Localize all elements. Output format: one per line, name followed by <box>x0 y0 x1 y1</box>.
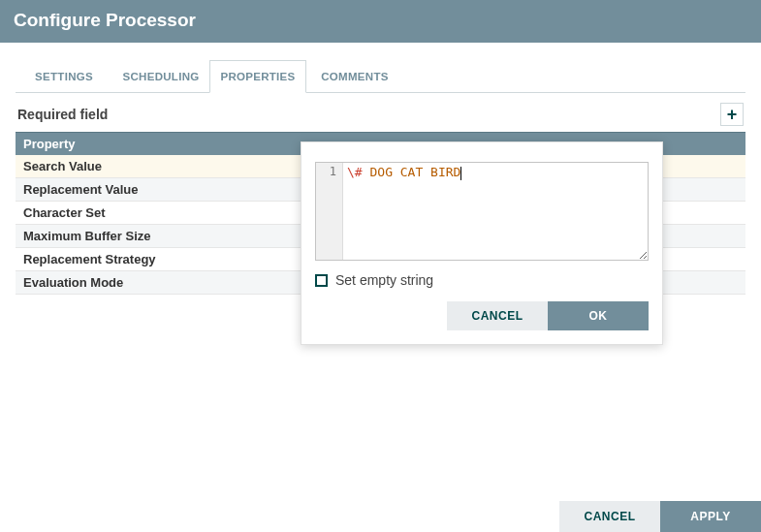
add-property-button[interactable]: + <box>720 103 744 126</box>
set-empty-row: Set empty string <box>315 272 649 288</box>
editor-content[interactable]: \# DOG CAT BIRD <box>343 163 648 260</box>
value-editor-popup: 1 \# DOG CAT BIRD Set empty string CANCE… <box>301 141 663 345</box>
popup-buttons: CANCEL OK <box>315 301 649 330</box>
property-name: Character Set <box>23 205 106 220</box>
cancel-button[interactable]: CANCEL <box>559 501 660 532</box>
editor-gutter: 1 <box>316 163 343 260</box>
tab-settings[interactable]: SETTINGS <box>16 60 112 92</box>
token-escape: \# <box>347 165 363 179</box>
property-name: Evaluation Mode <box>23 275 123 290</box>
popup-cancel-button[interactable]: CANCEL <box>447 301 548 330</box>
text-cursor <box>460 167 461 180</box>
tab-scheduling[interactable]: SCHEDULING <box>112 60 209 92</box>
property-name: Search Value <box>23 159 102 173</box>
set-empty-checkbox[interactable] <box>315 274 328 287</box>
required-field-label: Required field <box>17 107 108 122</box>
set-empty-label: Set empty string <box>335 272 433 288</box>
property-name: Replacement Strategy <box>23 252 156 266</box>
tab-bar: SETTINGS SCHEDULING PROPERTIES COMMENTS <box>16 60 745 93</box>
plus-icon: + <box>727 106 738 123</box>
dialog-header: Configure Processor <box>0 0 761 43</box>
tab-properties[interactable]: PROPERTIES <box>209 60 306 93</box>
property-name: Replacement Value <box>23 182 139 197</box>
popup-ok-button[interactable]: OK <box>548 301 649 330</box>
dialog-title: Configure Processor <box>14 10 196 31</box>
code-editor[interactable]: 1 \# DOG CAT BIRD <box>315 162 649 261</box>
dialog-footer: CANCEL APPLY <box>0 501 761 532</box>
token-text: DOG CAT BIRD <box>363 165 461 179</box>
apply-button[interactable]: APPLY <box>660 501 761 532</box>
required-row: Required field + <box>16 93 745 132</box>
property-name: Maximum Buffer Size <box>23 229 150 243</box>
tab-comments[interactable]: COMMENTS <box>306 60 403 92</box>
